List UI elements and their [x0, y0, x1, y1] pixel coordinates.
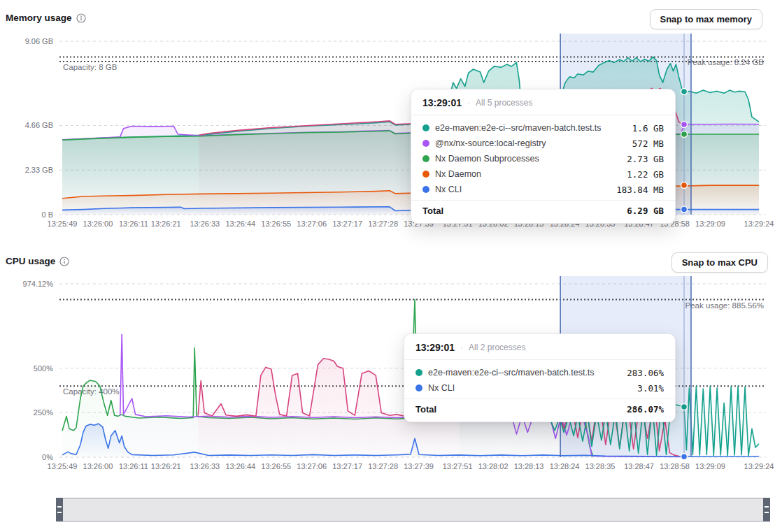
- x-axis-tick-label: 13:27:17: [332, 462, 362, 470]
- peak-usage-line-label: Peak usage: 8.24 GB: [688, 58, 765, 66]
- process-name: e2e-maven:e2e-ci--src/maven-batch.test.t…: [435, 123, 627, 133]
- x-axis-tick-label: 13:28:47: [624, 462, 654, 470]
- cpu-tooltip: 13:29:01·All 2 processese2e-maven:e2e-ci…: [404, 333, 676, 422]
- process-name: Nx Daemon: [435, 169, 621, 179]
- x-axis-tick-label: 13:28:24: [550, 462, 580, 470]
- snap-max-cpu-button[interactable]: Snap to max CPU: [671, 252, 768, 273]
- cpu-section-title: CPU usage: [6, 256, 69, 266]
- hover-dot: [681, 206, 688, 213]
- process-color-dot: [422, 186, 429, 193]
- peak-usage-line-label: Peak usage: 885.56%: [685, 301, 764, 310]
- x-axis-tick-label: 13:27:51: [443, 462, 473, 470]
- tooltip-total-row: Total286.07%: [404, 399, 675, 422]
- hover-dot: [681, 131, 688, 138]
- tooltip-subtitle: All 2 processes: [469, 343, 525, 352]
- x-axis-tick-label: 13:25:49: [48, 462, 78, 470]
- info-icon: [59, 257, 69, 266]
- x-axis-tick-label: 13:28:02: [478, 462, 509, 470]
- tooltip-row: e2e-maven:e2e-ci--src/maven-batch.test.t…: [422, 120, 664, 136]
- process-value: 1.22 GB: [627, 169, 664, 180]
- grip-icon: [765, 506, 769, 513]
- y-axis-tick-label: 2.33 GB: [25, 166, 53, 174]
- tooltip-header: 13:29:01·All 2 processes: [404, 334, 675, 359]
- x-axis-tick-label: 13:29:24: [744, 462, 774, 470]
- tooltip-total-value: 286.07%: [627, 404, 664, 415]
- tooltip-row: e2e-maven:e2e-ci--src/maven-batch.test.t…: [415, 365, 664, 380]
- x-axis-tick-label: 13:26:44: [225, 462, 255, 470]
- capacity-line-label: Capacity: 8 GB: [63, 63, 118, 71]
- process-value: 3.01%: [637, 383, 664, 394]
- x-axis-tick-label: 13:27:06: [297, 220, 327, 228]
- process-name: e2e-maven:e2e-ci--src/maven-batch.test.t…: [428, 368, 621, 378]
- process-name: @nx/nx-source:local-registry: [435, 138, 627, 148]
- y-axis-tick-label: 0%: [42, 453, 53, 461]
- y-axis-tick-label: 4.66 GB: [25, 121, 53, 129]
- tooltip-rows: e2e-maven:e2e-ci--src/maven-batch.test.t…: [404, 360, 675, 398]
- x-axis-tick-label: 13:28:58: [660, 462, 690, 470]
- cpu-title-text: CPU usage: [6, 256, 55, 266]
- brush-handle-left[interactable]: [56, 498, 63, 522]
- tooltip-rows: e2e-maven:e2e-ci--src/maven-batch.test.t…: [411, 115, 675, 200]
- hover-dot: [681, 454, 688, 460]
- y-axis-tick-label: 9.06 GB: [25, 37, 53, 45]
- x-axis-tick-label: 13:26:11: [119, 220, 148, 228]
- x-axis-tick-label: 13:26:55: [261, 220, 291, 228]
- memory-title-text: Memory usage: [6, 13, 72, 23]
- process-color-dot: [422, 124, 429, 131]
- process-value: 572 MB: [632, 138, 664, 149]
- tooltip-separator: ·: [460, 343, 463, 352]
- x-axis-tick-label: 13:26:33: [190, 462, 220, 470]
- memory-tooltip: 13:29:01·All 5 processese2e-maven:e2e-ci…: [411, 89, 676, 224]
- x-axis-tick-label: 13:27:28: [368, 220, 398, 228]
- x-axis-tick-label: 13:27:39: [404, 462, 434, 470]
- nx-process-monitor: Memory usage Snap to max memory 9.06 GB4…: [0, 0, 782, 532]
- x-axis-tick-label: 13:26:55: [261, 462, 291, 470]
- process-color-dot: [415, 384, 422, 391]
- x-axis-tick-label: 13:26:21: [151, 462, 181, 470]
- process-value: 183.84 MB: [616, 185, 664, 195]
- tooltip-total-row: Total6.29 GB: [411, 201, 675, 223]
- tooltip-total-value: 6.29 GB: [627, 206, 664, 216]
- x-axis-tick-label: 13:26:33: [190, 220, 220, 228]
- timeline-brush[interactable]: [56, 498, 770, 522]
- x-axis-tick-label: 13:28:35: [585, 462, 616, 470]
- hover-dot: [681, 182, 688, 189]
- process-value: 2.73 GB: [627, 154, 664, 164]
- x-axis-tick-label: 13:26:44: [225, 220, 255, 228]
- y-axis-tick-label: 0 B: [41, 210, 53, 219]
- process-color-dot: [422, 155, 429, 162]
- tooltip-row: @nx/nx-source:local-registry572 MB: [422, 136, 664, 151]
- memory-section-title: Memory usage: [6, 13, 86, 23]
- info-icon: [76, 13, 86, 23]
- x-axis-tick-label: 13:26:00: [83, 220, 113, 228]
- x-axis-tick-label: 13:29:09: [695, 462, 725, 470]
- x-axis-tick-label: 13:27:17: [332, 220, 362, 228]
- process-name: Nx CLI: [435, 185, 611, 194]
- process-color-dot: [422, 171, 429, 178]
- x-axis-tick-label: 13:26:11: [119, 462, 148, 470]
- process-value: 1.6 GB: [632, 123, 664, 134]
- hover-dot: [681, 122, 688, 128]
- tooltip-total-label: Total: [422, 206, 443, 216]
- y-axis-tick-label: 500%: [34, 364, 53, 373]
- x-axis-tick-label: 13:29:24: [744, 220, 774, 228]
- tooltip-time: 13:29:01: [415, 342, 455, 353]
- process-value: 283.06%: [627, 368, 664, 378]
- x-axis-tick-label: 13:27:28: [368, 462, 398, 470]
- x-axis-tick-label: 13:27:06: [297, 462, 327, 470]
- x-axis-tick-label: 13:26:00: [83, 462, 113, 470]
- process-color-dot: [415, 369, 422, 376]
- snap-max-memory-button[interactable]: Snap to max memory: [650, 9, 763, 29]
- process-color-dot: [422, 140, 429, 147]
- brush-handle-right[interactable]: [763, 498, 770, 522]
- tooltip-row: Nx Daemon1.22 GB: [422, 166, 664, 182]
- tooltip-header: 13:29:01·All 5 processes: [411, 89, 675, 115]
- tooltip-subtitle: All 5 processes: [476, 98, 532, 108]
- y-axis-tick-label: 974.12%: [23, 280, 54, 288]
- hover-dot: [681, 403, 688, 410]
- tooltip-row: Nx CLI183.84 MB: [422, 182, 664, 197]
- tooltip-time: 13:29:01: [422, 97, 462, 108]
- x-axis-tick-label: 13:25:49: [48, 220, 78, 228]
- process-name: Nx Daemon Subprocesses: [435, 154, 621, 164]
- x-axis-tick-label: 13:26:21: [151, 220, 181, 228]
